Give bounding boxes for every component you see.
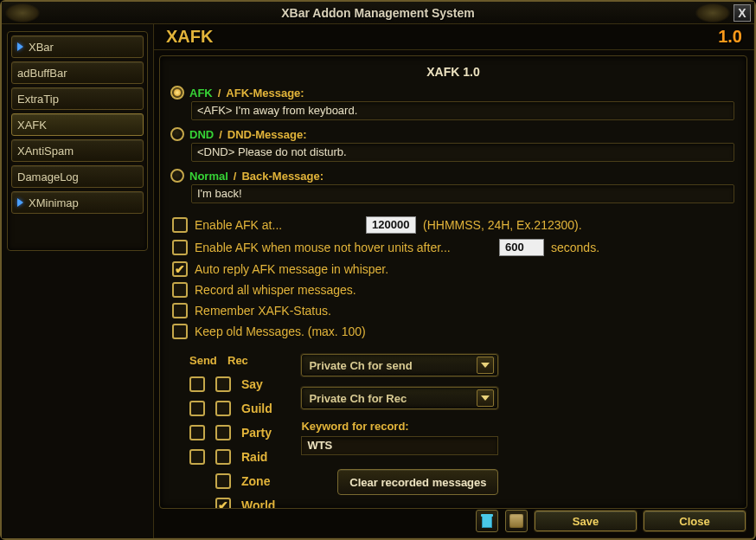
enable-afk-at-checkbox[interactable] [172, 217, 188, 233]
window-close-button[interactable]: X [734, 4, 751, 22]
status-afk-mode: AFK [189, 87, 213, 100]
sidebar: XBar adBuffBar ExtraTip XAFK XAntiSpam D… [2, 24, 154, 538]
sidebar-list: XBar adBuffBar ExtraTip XAFK XAntiSpam D… [7, 31, 148, 251]
channel-party-label: Party [241, 426, 272, 440]
status-normal-radio[interactable] [170, 169, 184, 183]
enable-afk-hover-label-post: seconds. [551, 241, 599, 254]
log-icon-button[interactable] [505, 510, 528, 532]
title-ornament-left [5, 3, 40, 22]
enable-afk-hover-input[interactable]: 600 [499, 239, 544, 256]
send-say-checkbox[interactable] [189, 376, 205, 392]
sidebar-item-extratip[interactable]: ExtraTip [11, 87, 144, 110]
content-frame: XAFK 1.0 AFK / AFK-Message: <AFK> I'm aw… [159, 55, 747, 509]
channel-matrix: Send Rec Say Guild [189, 354, 275, 509]
close-button[interactable]: Close [644, 511, 746, 531]
clear-recorded-button[interactable]: Clear recorded messages [337, 469, 498, 495]
separator: / [234, 170, 237, 183]
status-afk-group: AFK / AFK-Message: <AFK> I'm away from k… [172, 86, 734, 120]
window-title: XBar Addon Management System [281, 6, 475, 20]
trash-icon [481, 514, 493, 528]
rec-say-checkbox[interactable] [215, 376, 231, 392]
private-send-dropdown[interactable]: Private Ch for send [301, 354, 498, 376]
sidebar-item-adbuffbar[interactable]: adBuffBar [11, 61, 144, 84]
sidebar-item-label: adBuffBar [17, 67, 67, 80]
channel-zone-label: Zone [241, 474, 270, 488]
record-whisper-checkbox[interactable] [172, 282, 188, 298]
status-dnd-group: DND / DND-Message: <DND> Please do not d… [172, 127, 734, 162]
save-button[interactable]: Save [535, 511, 637, 531]
status-normal-msglabel: Back-Message: [241, 170, 324, 183]
enable-afk-hover-checkbox[interactable] [172, 240, 188, 255]
send-raid-checkbox[interactable] [189, 449, 205, 465]
sidebar-item-label: XBar [29, 41, 54, 54]
window-body: XBar adBuffBar ExtraTip XAFK XAntiSpam D… [2, 24, 754, 538]
channel-right-column: Private Ch for send Private Ch for Rec K… [301, 354, 734, 509]
sidebar-item-xafk[interactable]: XAFK [11, 113, 144, 136]
status-afk-radio[interactable] [170, 86, 184, 100]
sidebar-item-label: ExtraTip [17, 93, 59, 106]
remember-status-checkbox[interactable] [172, 303, 188, 318]
rec-party-checkbox[interactable] [215, 425, 231, 440]
separator: / [219, 128, 222, 141]
channel-area: Send Rec Say Guild [172, 354, 734, 509]
private-send-dropdown-label: Private Ch for send [309, 359, 412, 372]
enable-afk-at-label: Enable AFK at... [195, 218, 359, 232]
titlebar: XBar Addon Management System X [2, 2, 754, 24]
status-normal-group: Normal / Back-Message: I'm back! [172, 169, 734, 203]
rec-world-checkbox[interactable] [215, 498, 231, 509]
status-afk-msglabel: AFK-Message: [226, 87, 304, 100]
sidebar-item-damagelog[interactable]: DamageLog [11, 165, 144, 188]
enable-afk-at-hint: (HHMMSS, 24H, Ex.212300). [423, 218, 582, 232]
afk-message-input[interactable]: <AFK> I'm away from keyboard. [191, 101, 734, 120]
status-dnd-radio[interactable] [170, 127, 184, 141]
status-dnd-msglabel: DND-Message: [227, 128, 307, 141]
addon-version: 1.0 [718, 27, 742, 47]
private-rec-dropdown[interactable]: Private Ch for Rec [301, 387, 498, 409]
record-whisper-label: Record all whisper messages. [195, 283, 356, 297]
sidebar-item-label: XAntiSpam [17, 145, 74, 158]
rec-zone-checkbox[interactable] [215, 473, 231, 489]
sidebar-item-label: XMinimap [29, 196, 79, 209]
rec-guild-checkbox[interactable] [215, 401, 231, 416]
keep-old-label: Keep old Messages. (max. 100) [195, 325, 366, 338]
channel-world-label: World [241, 498, 275, 509]
title-ornament-right [695, 3, 730, 22]
sidebar-item-xminimap[interactable]: XMinimap [11, 191, 144, 214]
addon-name: XAFK [166, 27, 213, 47]
chevron-down-icon[interactable] [477, 357, 494, 374]
chevron-down-icon[interactable] [477, 389, 494, 407]
auto-reply-label: Auto reply AFK message in whisper. [195, 262, 388, 276]
channel-head-rec: Rec [227, 354, 248, 367]
keyword-input[interactable]: WTS [301, 436, 498, 455]
content-title: XAFK 1.0 [172, 63, 734, 86]
channel-head-send: Send [189, 354, 215, 367]
separator: / [218, 87, 221, 100]
channel-raid-label: Raid [241, 450, 267, 464]
delete-icon-button[interactable] [476, 510, 498, 532]
xbar-window: XBar Addon Management System X XBar adBu… [0, 0, 756, 540]
enable-afk-at-input[interactable]: 120000 [366, 216, 416, 234]
private-rec-dropdown-label: Private Ch for Rec [309, 392, 407, 405]
back-message-input[interactable]: I'm back! [191, 184, 734, 203]
scroll-icon [509, 514, 523, 528]
footer: Save Close [315, 509, 746, 533]
keep-old-checkbox[interactable] [172, 324, 188, 339]
send-party-checkbox[interactable] [189, 425, 205, 440]
sidebar-item-label: DamageLog [17, 170, 79, 183]
enable-afk-hover-label-pre: Enable AFK when mouse not hover units af… [195, 241, 492, 254]
auto-reply-checkbox[interactable] [172, 261, 188, 277]
main-panel: XAFK 1.0 XAFK 1.0 AFK / AFK-Message: <AF… [154, 24, 754, 538]
send-guild-checkbox[interactable] [189, 401, 205, 416]
channel-say-label: Say [241, 377, 263, 391]
sidebar-item-label: XAFK [17, 119, 47, 132]
sidebar-item-xantispam[interactable]: XAntiSpam [11, 139, 144, 162]
options-list: Enable AFK at... 120000 (HHMMSS, 24H, Ex… [172, 214, 734, 342]
dnd-message-input[interactable]: <DND> Please do not disturb. [191, 143, 734, 162]
keyword-label: Keyword for record: [301, 420, 734, 433]
sidebar-item-xbar[interactable]: XBar [11, 35, 144, 58]
rec-raid-checkbox[interactable] [215, 449, 231, 465]
channel-guild-label: Guild [241, 402, 272, 415]
status-dnd-mode: DND [189, 128, 214, 141]
main-header: XAFK 1.0 [154, 24, 754, 50]
remember-status-label: Remember XAFK-Status. [195, 304, 331, 318]
